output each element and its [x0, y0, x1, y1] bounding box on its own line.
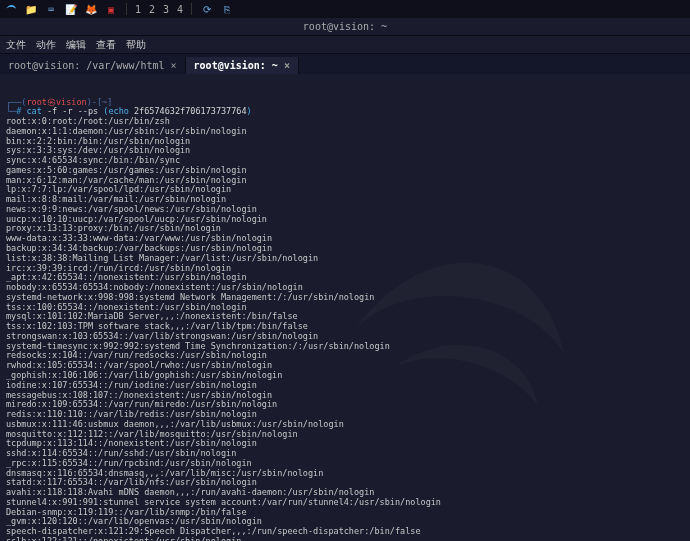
menu-help[interactable]: 帮助 [126, 38, 146, 52]
close-icon[interactable]: × [284, 60, 290, 71]
files-icon[interactable]: 📁 [24, 2, 38, 16]
window-title: root@vision: ~ [0, 21, 690, 32]
kali-logo-icon[interactable] [4, 2, 18, 16]
prompt-line-2: └─# [6, 106, 27, 116]
workspace-1[interactable]: 1 [135, 4, 141, 15]
command: cat -f -r --ps (echo 2f6574632f706173737… [27, 106, 252, 116]
workspace-2[interactable]: 2 [149, 4, 155, 15]
workspace-4[interactable]: 4 [177, 4, 183, 15]
terminal-output[interactable]: ┌──(root㉿vision)-[~] └─# cat -f -r --ps … [0, 74, 690, 541]
terminal-window: root@vision: ~ 文件 动作 编辑 查看 帮助 root@visio… [0, 18, 690, 541]
tab-1-label: root@vision: /var/www/html [8, 60, 165, 71]
editor-icon[interactable]: 📝 [64, 2, 78, 16]
terminal-icon[interactable]: ⌨ [44, 2, 58, 16]
panel-left: 📁 ⌨ 📝 🦊 ▣ 1 2 3 4 ⟳ ⎘ [4, 2, 234, 16]
output-block: root:x:0:root:/root:/usr/bin/zsh daemon:… [6, 117, 684, 541]
tabbar: root@vision: /var/www/html × root@vision… [0, 54, 690, 74]
prompt-line-1: ┌──(root㉿vision)-[~] [6, 97, 112, 107]
app-icon[interactable]: ▣ [104, 2, 118, 16]
tab-2[interactable]: root@vision: ~ × [186, 57, 299, 74]
workspace-3[interactable]: 3 [163, 4, 169, 15]
menu-action[interactable]: 动作 [36, 38, 56, 52]
tab-2-label: root@vision: ~ [194, 60, 278, 71]
firefox-icon[interactable]: 🦊 [84, 2, 98, 16]
menu-view[interactable]: 查看 [96, 38, 116, 52]
separator [191, 3, 192, 15]
tray-icon-1[interactable]: ⟳ [200, 2, 214, 16]
workspace-switcher: 1 2 3 4 [135, 4, 183, 15]
close-icon[interactable]: × [171, 60, 177, 71]
desktop-panel: 📁 ⌨ 📝 🦊 ▣ 1 2 3 4 ⟳ ⎘ [0, 0, 690, 18]
menubar: 文件 动作 编辑 查看 帮助 [0, 36, 690, 54]
separator [126, 3, 127, 15]
titlebar[interactable]: root@vision: ~ [0, 18, 690, 36]
tray-icon-2[interactable]: ⎘ [220, 2, 234, 16]
menu-file[interactable]: 文件 [6, 38, 26, 52]
tab-1[interactable]: root@vision: /var/www/html × [0, 57, 186, 74]
menu-edit[interactable]: 编辑 [66, 38, 86, 52]
